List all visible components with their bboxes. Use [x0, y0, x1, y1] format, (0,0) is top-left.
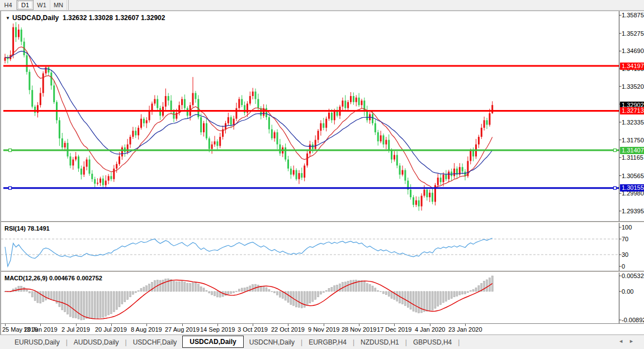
- candlestick-layer: [4, 22, 494, 211]
- svg-text:1.33520: 1.33520: [622, 83, 644, 90]
- macd-axis: 0.0053240.00-0.008929: [619, 272, 644, 323]
- svg-text:1.35875: 1.35875: [622, 12, 644, 18]
- price-badge-support-green: 1.31407: [620, 147, 644, 154]
- chart-title-ohlc: 1.32632 1.33028 1.32607 1.32902: [63, 14, 165, 22]
- tab-gbpusd-h4[interactable]: GBPUSD,H4: [408, 337, 457, 348]
- chart-title-dropdown-icon: ▼: [6, 16, 10, 21]
- terminal-window: H4 D1 W1 MN 1.358751.352751.346901.34105…: [0, 0, 644, 349]
- tab-scroll-right-icon[interactable]: ►: [629, 338, 640, 344]
- rsi-line: [5, 238, 493, 266]
- timeframe-button-mn[interactable]: MN: [50, 0, 67, 10]
- timeframe-button-w1[interactable]: W1: [34, 0, 50, 10]
- toolbar-separator: [68, 0, 69, 10]
- time-axis-label: 8 Aug 2019: [131, 326, 162, 333]
- svg-text:30: 30: [622, 251, 628, 258]
- time-axis-label: 20 Jul 2019: [95, 326, 127, 333]
- svg-text:1.35275: 1.35275: [622, 30, 644, 37]
- timeframe-button-d1[interactable]: D1: [17, 0, 34, 10]
- time-axis-label: 2 Jul 2019: [61, 326, 90, 333]
- svg-text:1.31750: 1.31750: [622, 137, 644, 144]
- time-axis-label: 23 Jan 2020: [448, 326, 482, 333]
- macd-label: MACD(12,26,9) 0.004676 0.002752: [4, 275, 102, 281]
- time-axis-label: 14 Sep 2019: [200, 326, 235, 333]
- svg-text:1.30565: 1.30565: [622, 173, 644, 179]
- tab-eurgbp-h4[interactable]: EURGBP,H4: [303, 337, 352, 348]
- macd-indicator-panel[interactable]: 0.0053240.00-0.008929 MACD(12,26,9) 0.00…: [1, 272, 644, 323]
- rsi-indicator-panel[interactable]: 10070300 RSI(14) 78.1491: [1, 223, 644, 271]
- tab-scroll-left-icon[interactable]: ◄: [618, 338, 629, 344]
- rsi-panel-canvas[interactable]: 10070300: [1, 223, 644, 271]
- tab-usdchf-daily[interactable]: USDCHF,Daily: [127, 337, 183, 348]
- price-badge-resistance-upper: 1.34197: [620, 63, 644, 70]
- tab-usdcad-daily[interactable]: USDCAD,Daily: [182, 336, 243, 348]
- time-axis-label: 3 Oct 2019: [238, 326, 268, 333]
- horizontal-lines-layer: [3, 66, 619, 189]
- svg-text:0.005324: 0.005324: [622, 272, 644, 279]
- chart-title-symbol: USDCAD,Daily: [12, 14, 59, 22]
- price-badge-support-blue: 1.30155: [620, 184, 644, 192]
- svg-text:0: 0: [622, 263, 625, 270]
- time-axis-label: 27 Aug 2019: [165, 326, 200, 333]
- ma-slow-line: [5, 51, 493, 174]
- time-axis-label: 28 Nov 2019: [342, 326, 376, 333]
- tab-scroll-buttons: ◄►: [618, 338, 640, 344]
- time-axis-label: 13 Jun 2019: [23, 326, 58, 333]
- tab-nzdusd-h1[interactable]: NZDUSD,H1: [355, 337, 405, 348]
- main-chart-canvas[interactable]: 1.358751.352751.346901.341051.335201.329…: [1, 11, 644, 221]
- macd-histogram: [4, 276, 494, 320]
- tab-eurusd-daily[interactable]: EURUSD,Daily: [9, 337, 65, 348]
- time-axis-label: 17 Dec 2019: [377, 326, 411, 333]
- svg-text:1.31165: 1.31165: [622, 154, 643, 161]
- svg-text:1.29395: 1.29395: [622, 208, 644, 214]
- tab-usdcnh-daily[interactable]: USDCNH,Daily: [244, 337, 300, 348]
- svg-text:100: 100: [622, 224, 632, 231]
- tab-audusd-daily[interactable]: AUDUSD,Daily: [68, 337, 125, 348]
- svg-text:70: 70: [622, 236, 628, 242]
- tab-separator: |: [457, 338, 460, 346]
- price-badge-resistance-lower: 1.32713: [620, 107, 644, 114]
- svg-text:1.32335: 1.32335: [622, 119, 644, 126]
- svg-text:0.00: 0.00: [622, 288, 633, 295]
- time-axis[interactable]: 25 May 201913 Jun 20192 Jul 201920 Jul 2…: [1, 323, 644, 334]
- time-axis-label: 9 Nov 2019: [308, 326, 339, 333]
- timeframe-button-h4[interactable]: H4: [0, 0, 17, 10]
- chart-title: ▼USDCAD,Daily 1.32632 1.33028 1.32607 1.…: [6, 14, 165, 22]
- svg-text:-0.008929: -0.008929: [622, 317, 644, 323]
- rsi-axis: 10070300: [619, 223, 632, 271]
- timeframe-toolbar: H4 D1 W1 MN: [0, 0, 644, 11]
- rsi-label: RSI(14) 78.1491: [4, 225, 50, 232]
- time-axis-label: 22 Oct 2019: [271, 326, 305, 333]
- svg-text:1.34690: 1.34690: [622, 47, 644, 54]
- chart-window: 1.358751.352751.346901.341051.335201.329…: [0, 11, 644, 334]
- chart-tab-bar: EURUSD,Daily| AUDUSD,Daily| USDCHF,Daily…: [0, 334, 644, 349]
- time-axis-label: 4 Jan 2020: [415, 326, 445, 333]
- price-chart-panel[interactable]: 1.358751.352751.346901.341051.335201.329…: [1, 11, 644, 221]
